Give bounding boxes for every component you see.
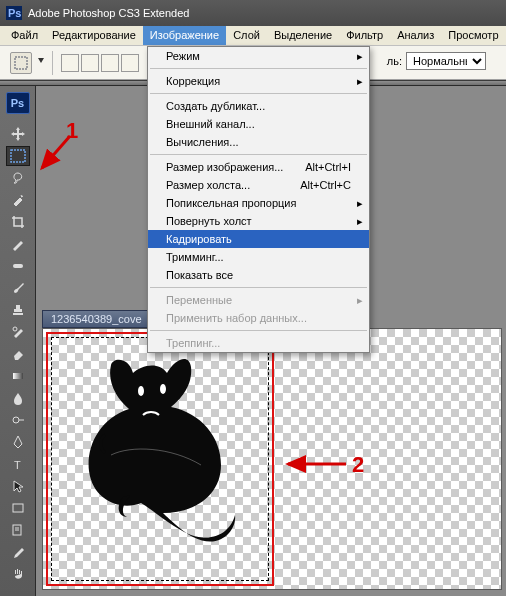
submenu-arrow-icon: ▸ bbox=[357, 197, 363, 210]
submenu-arrow-icon: ▸ bbox=[357, 215, 363, 228]
svg-rect-4 bbox=[13, 264, 23, 268]
lasso-tool-icon[interactable] bbox=[6, 168, 30, 188]
wand-tool-icon[interactable] bbox=[6, 190, 30, 210]
style-label: ль: bbox=[387, 55, 402, 67]
eyedropper-tool-icon[interactable] bbox=[6, 542, 30, 562]
menu-item-анализ[interactable]: Анализ bbox=[390, 26, 441, 45]
menu-item-label: Режим bbox=[166, 50, 200, 62]
document-window[interactable] bbox=[42, 328, 502, 590]
menu-separator bbox=[150, 93, 367, 94]
slice-tool-icon[interactable] bbox=[6, 234, 30, 254]
menu-item-label: Коррекция bbox=[166, 75, 220, 87]
svg-point-11 bbox=[138, 386, 144, 396]
svg-rect-2 bbox=[15, 57, 27, 69]
menu-item[interactable]: Размер изображения...Alt+Ctrl+I bbox=[148, 158, 369, 176]
preset-button[interactable] bbox=[121, 54, 139, 72]
brush-tool-icon[interactable] bbox=[6, 278, 30, 298]
svg-point-7 bbox=[13, 417, 19, 423]
menu-item[interactable]: Вычисления... bbox=[148, 133, 369, 151]
menu-item[interactable]: Повернуть холст▸ bbox=[148, 212, 369, 230]
menu-item[interactable]: Размер холста...Alt+Ctrl+C bbox=[148, 176, 369, 194]
heal-tool-icon[interactable] bbox=[6, 256, 30, 276]
menu-item[interactable]: Создать дубликат... bbox=[148, 97, 369, 115]
menu-item-label: Применить набор данных... bbox=[166, 312, 307, 324]
menu-item-редактирование[interactable]: Редактирование bbox=[45, 26, 143, 45]
menu-item-фильтр[interactable]: Фильтр bbox=[339, 26, 390, 45]
menu-item[interactable]: Тримминг... bbox=[148, 248, 369, 266]
menu-separator bbox=[150, 68, 367, 69]
svg-rect-3 bbox=[11, 150, 25, 162]
menu-item-label: Размер изображения... bbox=[166, 161, 283, 173]
menu-item-label: Попиксельная пропорция bbox=[166, 197, 296, 209]
hand-tool-icon[interactable] bbox=[6, 564, 30, 584]
svg-text:T: T bbox=[14, 459, 21, 471]
document-tab-label: 1236540389_cove bbox=[51, 313, 142, 325]
menu-item-label: Вычисления... bbox=[166, 136, 239, 148]
menu-item-слой[interactable]: Слой bbox=[226, 26, 267, 45]
document-tab[interactable]: 1236540389_cove bbox=[42, 310, 151, 328]
dropdown-caret-icon[interactable] bbox=[38, 58, 44, 68]
menu-item[interactable]: Режим▸ bbox=[148, 47, 369, 65]
svg-point-12 bbox=[160, 384, 166, 394]
marquee-tool-icon[interactable] bbox=[6, 146, 30, 166]
menu-separator bbox=[150, 287, 367, 288]
path-select-tool-icon[interactable] bbox=[6, 476, 30, 496]
active-tool-icon[interactable] bbox=[10, 52, 32, 74]
menu-separator bbox=[150, 330, 367, 331]
eraser-tool-icon[interactable] bbox=[6, 344, 30, 364]
blur-tool-icon[interactable] bbox=[6, 388, 30, 408]
menu-item[interactable]: Внешний канал... bbox=[148, 115, 369, 133]
menu-item-label: Размер холста... bbox=[166, 179, 250, 191]
preset-button[interactable] bbox=[61, 54, 79, 72]
style-select[interactable]: Нормальный bbox=[406, 52, 486, 70]
menu-item-label: Тримминг... bbox=[166, 251, 224, 263]
menu-item[interactable]: Показать все bbox=[148, 266, 369, 284]
move-tool-icon[interactable] bbox=[6, 124, 30, 144]
preset-button[interactable] bbox=[101, 54, 119, 72]
app-logo-icon: Ps bbox=[6, 6, 22, 20]
history-brush-tool-icon[interactable] bbox=[6, 322, 30, 342]
preset-button[interactable] bbox=[81, 54, 99, 72]
type-tool-icon[interactable]: T bbox=[6, 454, 30, 474]
menu-item-файл[interactable]: Файл bbox=[4, 26, 45, 45]
ps-badge-icon: Ps bbox=[6, 92, 30, 114]
menu-item-выделение[interactable]: Выделение bbox=[267, 26, 339, 45]
menu-item[interactable]: Попиксельная пропорция▸ bbox=[148, 194, 369, 212]
menu-item-label: Треппинг... bbox=[166, 337, 220, 349]
menu-item-label: Показать все bbox=[166, 269, 233, 281]
menu-item-label: Повернуть холст bbox=[166, 215, 252, 227]
submenu-arrow-icon: ▸ bbox=[357, 50, 363, 63]
separator bbox=[52, 51, 53, 75]
svg-rect-6 bbox=[13, 373, 23, 379]
menu-item-просмотр[interactable]: Просмотр bbox=[441, 26, 505, 45]
dodge-tool-icon[interactable] bbox=[6, 410, 30, 430]
pen-tool-icon[interactable] bbox=[6, 432, 30, 452]
submenu-arrow-icon: ▸ bbox=[357, 75, 363, 88]
crop-tool-icon[interactable] bbox=[6, 212, 30, 232]
canvas-artwork bbox=[71, 355, 251, 565]
menu-item: Переменные▸ bbox=[148, 291, 369, 309]
menu-item-shortcut: Alt+Ctrl+I bbox=[305, 161, 351, 173]
menu-bar: ФайлРедактированиеИзображениеСлойВыделен… bbox=[0, 26, 506, 46]
shape-tool-icon[interactable] bbox=[6, 498, 30, 518]
svg-rect-9 bbox=[13, 504, 23, 512]
svg-text:Ps: Ps bbox=[8, 7, 21, 19]
title-bar: Ps Adobe Photoshop CS3 Extended bbox=[0, 0, 506, 26]
menu-item: Треппинг... bbox=[148, 334, 369, 352]
menu-item[interactable]: Коррекция▸ bbox=[148, 72, 369, 90]
menu-item-label: Переменные bbox=[166, 294, 232, 306]
menu-item[interactable]: Кадрировать bbox=[148, 230, 369, 248]
submenu-arrow-icon: ▸ bbox=[357, 294, 363, 307]
menu-item-label: Внешний канал... bbox=[166, 118, 255, 130]
notes-tool-icon[interactable] bbox=[6, 520, 30, 540]
app-title: Adobe Photoshop CS3 Extended bbox=[28, 7, 189, 19]
stamp-tool-icon[interactable] bbox=[6, 300, 30, 320]
menu-separator bbox=[150, 154, 367, 155]
menu-item: Применить набор данных... bbox=[148, 309, 369, 327]
menu-item-label: Кадрировать bbox=[166, 233, 232, 245]
image-menu-dropdown: Режим▸Коррекция▸Создать дубликат...Внешн… bbox=[147, 46, 370, 353]
gradient-tool-icon[interactable] bbox=[6, 366, 30, 386]
menu-item-label: Создать дубликат... bbox=[166, 100, 265, 112]
svg-point-5 bbox=[13, 327, 17, 331]
menu-item-изображение[interactable]: Изображение bbox=[143, 26, 226, 45]
